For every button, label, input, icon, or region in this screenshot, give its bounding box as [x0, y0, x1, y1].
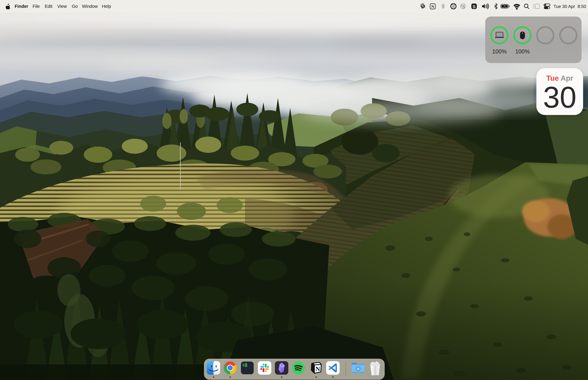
svg-text:S: S — [473, 4, 475, 9]
svg-text:N: N — [431, 4, 434, 9]
svg-text:N: N — [315, 365, 320, 373]
svg-text:$: $ — [242, 363, 245, 368]
